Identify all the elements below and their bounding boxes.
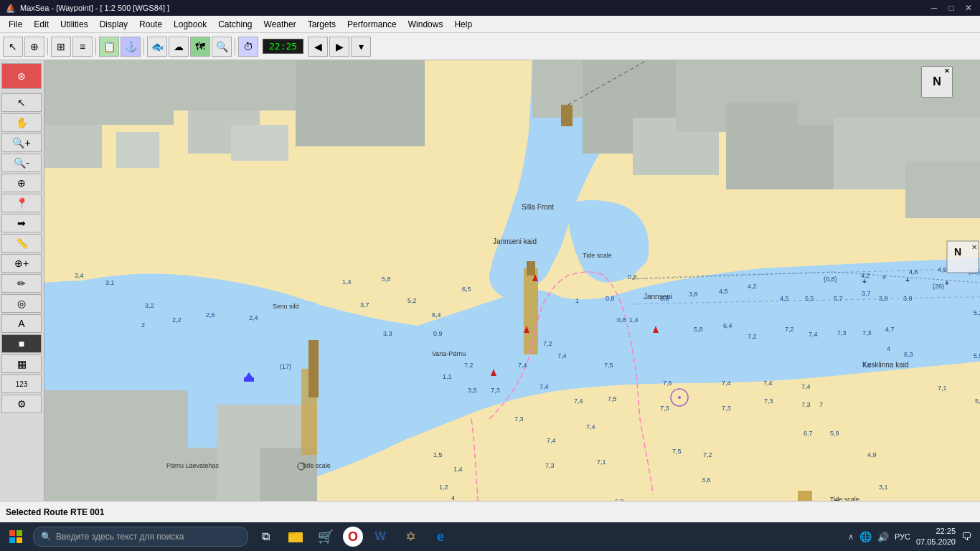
menu-windows[interactable]: Windows bbox=[402, 18, 449, 31]
svg-text:1,2: 1,2 bbox=[439, 484, 448, 491]
side-cursor[interactable]: ↖ bbox=[1, 93, 42, 112]
side-zoom-in[interactable]: 🔍+ bbox=[1, 133, 42, 152]
side-text[interactable]: A bbox=[1, 314, 42, 333]
status-text: Selected Route RTE 001 bbox=[6, 507, 104, 517]
toolbar-chart[interactable]: 📋 bbox=[99, 37, 119, 57]
toolbar-grid[interactable]: ⊞ bbox=[51, 37, 71, 57]
svg-rect-38 bbox=[44, 125, 102, 168]
svg-text:0,9: 0,9 bbox=[433, 330, 443, 337]
side-emergency[interactable]: ⊛ bbox=[1, 63, 42, 89]
toolbar-time-dropdown[interactable]: ▾ bbox=[351, 37, 371, 57]
network-icon[interactable]: 🌐 bbox=[859, 531, 872, 542]
side-pan[interactable]: ⊕ bbox=[1, 174, 42, 192]
svg-rect-39 bbox=[116, 132, 159, 168]
side-circle[interactable]: ◎ bbox=[1, 294, 42, 313]
side-route[interactable]: ➡ bbox=[1, 214, 42, 232]
menu-file[interactable]: File bbox=[3, 18, 28, 31]
toolbar-tide[interactable]: ⏱ bbox=[238, 37, 258, 57]
svg-text:2,4: 2,4 bbox=[249, 314, 258, 321]
svg-text:7,4: 7,4 bbox=[540, 383, 549, 390]
masonic-button[interactable]: ✡ bbox=[397, 524, 423, 550]
svg-text:4,9: 4,9 bbox=[938, 266, 947, 273]
svg-text:7,2: 7,2 bbox=[464, 362, 473, 369]
side-nav-plus[interactable]: ⊕+ bbox=[1, 254, 42, 273]
volume-icon[interactable]: 🔊 bbox=[877, 532, 889, 542]
menu-targets[interactable]: Targets bbox=[302, 18, 341, 31]
taskbar-clock[interactable]: 22:25 07.05.2020 bbox=[916, 526, 956, 548]
file-explorer-button[interactable] bbox=[283, 524, 308, 550]
side-pencil[interactable]: ✏ bbox=[1, 274, 42, 293]
start-button[interactable] bbox=[3, 524, 29, 550]
menu-performance[interactable]: Performance bbox=[341, 18, 402, 31]
side-mark[interactable]: 📍 bbox=[1, 194, 42, 212]
side-hand[interactable]: ✋ bbox=[1, 113, 42, 132]
svg-text:7,4: 7,4 bbox=[518, 362, 527, 369]
edge-button[interactable]: e bbox=[428, 524, 453, 550]
taskbar-right: ∧ 🌐 🔊 РУС 22:25 07.05.2020 🗨 bbox=[848, 526, 977, 548]
side-measure[interactable]: 📏 bbox=[1, 234, 42, 253]
menu-weather[interactable]: Weather bbox=[258, 18, 302, 31]
svg-text:6,9: 6,9 bbox=[615, 498, 624, 501]
menu-utilities[interactable]: Utilities bbox=[55, 18, 94, 31]
menu-display[interactable]: Display bbox=[94, 18, 133, 31]
menu-bar: File Edit Utilities Display Route Logboo… bbox=[0, 16, 980, 33]
svg-text:7,4: 7,4 bbox=[574, 397, 583, 405]
svg-text:(0,8): (0,8) bbox=[824, 276, 837, 283]
toolbar-next-time[interactable]: ▶ bbox=[329, 37, 349, 57]
svg-text:7,3: 7,3 bbox=[837, 329, 847, 336]
menu-help[interactable]: Help bbox=[448, 18, 478, 31]
side-square[interactable]: ■ bbox=[1, 334, 42, 353]
close-button[interactable]: ✕ bbox=[963, 3, 974, 13]
menu-route[interactable]: Route bbox=[133, 18, 168, 31]
toolbar-zoom[interactable]: 🔍 bbox=[212, 37, 232, 57]
toolbar-weather-btn[interactable]: ☁ bbox=[169, 37, 189, 57]
side-config[interactable]: ⚙ bbox=[1, 395, 42, 413]
toolbar-pointer[interactable]: ↖ bbox=[3, 37, 23, 57]
toolbar-fish[interactable]: 🐟 bbox=[147, 37, 167, 57]
svg-text:Tide scale: Tide scale bbox=[583, 252, 612, 259]
svg-text:3,7: 3,7 bbox=[360, 301, 369, 309]
svg-text:7,2: 7,2 bbox=[748, 333, 757, 340]
svg-text:7,3: 7,3 bbox=[722, 405, 731, 412]
opera-button[interactable]: O bbox=[343, 527, 363, 547]
toolbar-nav[interactable]: ⊕ bbox=[24, 37, 44, 57]
minimize-button[interactable]: ─ bbox=[928, 3, 940, 13]
svg-text:Simu sild: Simu sild bbox=[273, 303, 299, 310]
svg-text:6,3: 6,3 bbox=[904, 351, 913, 358]
side-hatch[interactable]: ▦ bbox=[1, 354, 42, 373]
task-view-button[interactable]: ⧉ bbox=[253, 524, 278, 550]
app-icon: ⛵ bbox=[6, 4, 16, 13]
side-123[interactable]: 123 bbox=[1, 375, 42, 393]
toolbar-anchor[interactable]: ⚓ bbox=[121, 37, 141, 57]
maximize-button[interactable]: □ bbox=[946, 3, 957, 13]
store-button[interactable]: 🛒 bbox=[313, 524, 339, 550]
map-area[interactable]: + + + Silla Front Jannseni kaid Tide sca… bbox=[44, 60, 980, 501]
menu-edit[interactable]: Edit bbox=[28, 18, 55, 31]
taskbar-date-display: 07.05.2020 bbox=[916, 537, 956, 547]
svg-text:3,8: 3,8 bbox=[879, 295, 888, 302]
svg-text:5,5: 5,5 bbox=[805, 295, 814, 302]
word-button[interactable]: W bbox=[367, 524, 393, 550]
system-tray: ∧ bbox=[848, 532, 854, 542]
menu-logbook[interactable]: Logbook bbox=[168, 18, 212, 31]
notification-icon[interactable]: 🗨 bbox=[961, 531, 971, 542]
svg-rect-167 bbox=[17, 530, 22, 536]
side-zoom-out[interactable]: 🔍- bbox=[1, 154, 42, 172]
toolbar-prev-time[interactable]: ◀ bbox=[308, 37, 328, 57]
compass-close[interactable]: ✕ bbox=[944, 67, 950, 75]
svg-text:7,2: 7,2 bbox=[785, 326, 794, 333]
svg-text:7,4: 7,4 bbox=[722, 380, 731, 387]
svg-text:7,3: 7,3 bbox=[862, 329, 872, 336]
svg-text:7: 7 bbox=[819, 401, 823, 408]
title-bar-controls[interactable]: ─ □ ✕ bbox=[928, 3, 974, 13]
svg-rect-13 bbox=[905, 161, 980, 218]
toolbar-layers[interactable]: ≡ bbox=[72, 37, 93, 57]
svg-text:+: + bbox=[905, 276, 910, 284]
menu-catching[interactable]: Catching bbox=[212, 18, 258, 31]
taskbar-search[interactable]: 🔍 Введите здесь текст для поиска bbox=[33, 527, 248, 547]
svg-text:2: 2 bbox=[141, 321, 145, 329]
toolbar-route-btn[interactable]: 🗺 bbox=[190, 37, 210, 57]
compass-rose[interactable]: N ✕ bbox=[921, 66, 953, 98]
language-indicator[interactable]: РУС bbox=[895, 532, 910, 541]
svg-text:7,4: 7,4 bbox=[586, 423, 595, 430]
